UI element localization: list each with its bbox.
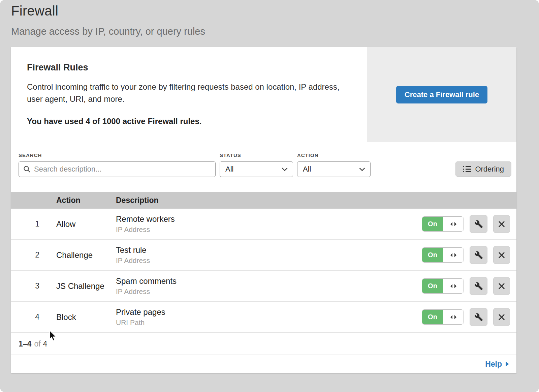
edit-rule-button[interactable]	[470, 308, 487, 326]
delete-rule-button[interactable]	[493, 215, 510, 233]
status-select[interactable]: All	[220, 161, 293, 177]
rule-field-type: URI Path	[116, 319, 415, 327]
wrench-icon	[474, 282, 483, 291]
table-row: 4 Block Private pages URI Path On	[11, 302, 516, 333]
left-right-arrows-icon	[450, 315, 457, 320]
rule-priority: 3	[11, 281, 56, 291]
edit-rule-button[interactable]	[470, 215, 487, 233]
pagination-total: 4	[43, 339, 47, 348]
rule-controls: On	[415, 277, 516, 295]
close-icon	[498, 220, 505, 228]
create-rule-panel: Create a Firewall rule	[367, 47, 516, 142]
table-row: 1 Allow Remote workers IP Address On	[11, 209, 516, 240]
left-right-arrows-icon	[450, 253, 457, 258]
pagination-range: 1–4	[19, 339, 31, 348]
help-label: Help	[485, 360, 502, 369]
rule-action: Allow	[56, 219, 116, 229]
toggle-handle[interactable]	[443, 279, 464, 293]
list-icon	[463, 166, 471, 173]
close-icon	[498, 251, 505, 259]
search-label: SEARCH	[19, 152, 216, 158]
delete-rule-button[interactable]	[493, 246, 510, 264]
rule-field-type: IP Address	[116, 257, 415, 265]
table-row: 3 JS Challenge Spam comments IP Address …	[11, 271, 516, 302]
filters-bar: SEARCH STATUS All ACTION All	[11, 142, 516, 192]
action-filter: ACTION All	[297, 152, 371, 177]
page-subtitle: Manage access by IP, country, or query r…	[11, 26, 528, 37]
intro-text-block: Firewall Rules Control incoming traffic …	[11, 47, 367, 142]
toggle-on-label: On	[422, 248, 443, 262]
toggle-on-label: On	[422, 279, 443, 293]
delete-rule-button[interactable]	[493, 308, 510, 326]
status-label: STATUS	[220, 152, 293, 158]
rule-field-type: IP Address	[116, 288, 415, 296]
toggle-handle[interactable]	[443, 310, 464, 324]
rule-enabled-toggle[interactable]: On	[422, 278, 464, 294]
rule-description: Test rule	[116, 245, 415, 255]
rule-action: Challenge	[56, 250, 116, 260]
rule-controls: On	[415, 215, 516, 233]
intro-heading: Firewall Rules	[27, 62, 347, 73]
column-header-action: Action	[56, 196, 116, 205]
toggle-on-label: On	[422, 217, 443, 231]
rule-action: JS Challenge	[56, 281, 116, 291]
close-icon	[498, 282, 505, 290]
rule-priority: 2	[11, 250, 56, 260]
action-label: ACTION	[297, 152, 371, 158]
action-selected-value: All	[303, 165, 311, 174]
rule-action: Block	[56, 312, 116, 322]
rule-field-type: IP Address	[116, 225, 415, 234]
create-firewall-rule-button[interactable]: Create a Firewall rule	[396, 86, 487, 103]
intro-section: Firewall Rules Control incoming traffic …	[11, 47, 516, 142]
search-icon	[23, 165, 31, 173]
ordering-label: Ordering	[475, 165, 504, 174]
edit-rule-button[interactable]	[470, 246, 487, 264]
status-filter: STATUS All	[220, 152, 293, 177]
rule-priority: 4	[11, 312, 56, 322]
wrench-icon	[474, 313, 483, 322]
rule-priority: 1	[11, 219, 56, 229]
arrow-right-icon	[506, 362, 509, 366]
rule-enabled-toggle[interactable]: On	[422, 247, 464, 263]
rule-description: Spam comments	[116, 276, 415, 286]
search-input-wrap	[19, 161, 216, 177]
ordering-button[interactable]: Ordering	[455, 161, 511, 177]
wrench-icon	[474, 251, 483, 260]
column-header-description: Description	[116, 196, 415, 205]
rule-description: Private pages	[116, 307, 415, 317]
help-link[interactable]: Help	[485, 360, 509, 369]
pagination: 1–4of4	[11, 333, 516, 355]
card-footer: Help	[11, 355, 516, 373]
search-filter: SEARCH	[19, 152, 216, 177]
toggle-on-label: On	[422, 310, 443, 324]
search-input[interactable]	[34, 165, 211, 174]
rule-enabled-toggle[interactable]: On	[422, 309, 464, 325]
left-right-arrows-icon	[450, 222, 457, 227]
rule-controls: On	[415, 246, 516, 264]
wrench-icon	[474, 220, 483, 229]
edit-rule-button[interactable]	[470, 277, 487, 295]
toggle-handle[interactable]	[443, 217, 464, 231]
firewall-page: Firewall Manage access by IP, country, o…	[0, 0, 539, 392]
page-title: Firewall	[11, 3, 528, 19]
action-select[interactable]: All	[297, 161, 371, 177]
toggle-handle[interactable]	[443, 248, 464, 262]
firewall-rules-card: Firewall Rules Control incoming traffic …	[11, 47, 516, 373]
left-right-arrows-icon	[450, 284, 457, 289]
table-row: 2 Challenge Test rule IP Address On	[11, 240, 516, 271]
status-selected-value: All	[225, 165, 233, 174]
rules-usage-text: You have used 4 of 1000 active Firewall …	[27, 117, 347, 126]
page-header: Firewall Manage access by IP, country, o…	[0, 0, 539, 37]
table-header: Action Description	[11, 192, 516, 209]
rule-description: Remote workers	[116, 214, 415, 224]
pagination-of: of	[34, 339, 40, 348]
intro-description: Control incoming traffic to your zone by…	[27, 81, 347, 105]
chevron-down-icon	[359, 168, 365, 171]
close-icon	[498, 313, 505, 321]
rule-enabled-toggle[interactable]: On	[422, 216, 464, 232]
rule-controls: On	[415, 308, 516, 326]
delete-rule-button[interactable]	[493, 277, 510, 295]
chevron-down-icon	[282, 168, 288, 171]
